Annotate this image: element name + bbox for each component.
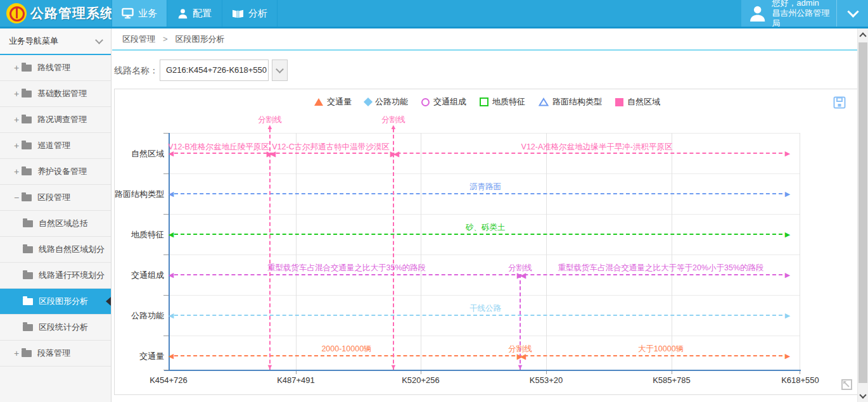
resize-arrow-icon	[840, 378, 853, 391]
folder-icon	[22, 91, 32, 97]
expand-plus-icon[interactable]: +	[11, 166, 22, 177]
line-name-select[interactable]: G216:K454+726-K618+550	[160, 60, 269, 81]
legend-label: 交通量	[327, 96, 352, 108]
segment-label: 干线公路	[469, 303, 501, 314]
legend-item-traffic-composition[interactable]: 交通组成	[421, 96, 466, 108]
sidebar-item-label: 线路通行环境划分	[39, 270, 105, 281]
scroll-down-button[interactable]	[858, 389, 868, 402]
arrow-right-icon	[784, 191, 791, 198]
breadcrumb-parent[interactable]: 区段管理	[122, 34, 155, 45]
chevron-down-icon	[95, 36, 103, 44]
divider-line-2	[393, 129, 394, 370]
app-title: 公路管理系统	[30, 0, 114, 27]
expand-plus-icon[interactable]: +	[11, 115, 22, 125]
chevron-up-icon	[859, 32, 866, 39]
sidebar-item-label: 基础数据管理	[37, 88, 87, 99]
sidebar-item-label: 区段统计分析	[39, 322, 88, 333]
expand-plus-icon[interactable]: +	[11, 63, 22, 73]
sidebar-item-section-stats-analysis[interactable]: 区段统计分析	[0, 315, 111, 341]
arrow-right-icon	[784, 312, 791, 319]
expand-minus-icon[interactable]: −	[11, 192, 22, 203]
gridline	[170, 214, 800, 215]
row-label-natural-region: 自然区域	[106, 148, 164, 160]
nav-tab-label: 业务	[138, 8, 157, 20]
segment-label: 大于10000辆	[638, 344, 684, 355]
arrow-down-icon	[516, 363, 524, 370]
sidebar-item-label: 路况调查管理	[37, 114, 87, 125]
sidebar-item-maintenance-equipment[interactable]: + 养护设备管理	[0, 159, 111, 185]
sidebar-item-basic-data[interactable]: + 基础数据管理	[0, 81, 111, 107]
line-name-select-button[interactable]	[272, 60, 288, 81]
sidebar-item-line-natural-region[interactable]: 线路自然区域划分	[0, 237, 111, 263]
breadcrumb: 区段管理 > 区段图形分析	[112, 28, 857, 51]
sidebar-title: 业务导航菜单	[9, 35, 58, 47]
sidebar-item-route-mgmt[interactable]: + 路线管理	[0, 55, 111, 81]
chevron-down-icon	[859, 391, 866, 398]
expand-plus-icon[interactable]: +	[11, 89, 22, 99]
axis-tick	[163, 370, 169, 370]
top-nav: 业务 配置 分析	[112, 0, 278, 27]
divider-label: 分割线	[508, 263, 532, 273]
divider-label: 分割线	[508, 344, 532, 355]
arrow-right-icon	[784, 272, 791, 279]
arrow-left-icon	[167, 272, 175, 279]
series-line-road-function	[174, 315, 782, 316]
user-account-block[interactable]: 您好，admin 昌吉州公路管理局	[741, 0, 836, 27]
folder-icon	[23, 298, 33, 305]
nav-tab-business[interactable]: 业务	[112, 0, 167, 27]
gridline	[170, 173, 800, 174]
nav-tab-analysis[interactable]: 分析	[222, 0, 278, 27]
series-line-composition	[174, 274, 782, 275]
restore-size-button[interactable]	[840, 378, 853, 394]
legend-item-pavement-type[interactable]: 路面结构类型	[539, 96, 602, 108]
split-marker-icon	[390, 150, 397, 158]
arrow-right-icon	[784, 231, 791, 238]
sidebar-header[interactable]: 业务导航菜单	[0, 28, 111, 55]
x-axis-line	[164, 370, 801, 371]
vertical-scrollbar[interactable]	[857, 28, 868, 402]
legend-item-traffic-volume[interactable]: 交通量	[314, 96, 352, 108]
sidebar-item-section-mgmt[interactable]: − 区段管理	[0, 185, 111, 211]
sidebar-item-road-survey[interactable]: + 路况调查管理	[0, 107, 111, 133]
user-icon	[177, 8, 188, 19]
segment-label: 沥青路面	[469, 182, 501, 192]
gridline	[800, 133, 800, 370]
legend-item-natural-region[interactable]: 自然区域	[615, 96, 660, 108]
scroll-up-button[interactable]	[858, 28, 868, 41]
legend-item-geology[interactable]: 地质特征	[480, 96, 525, 108]
line-name-label: 线路名称：	[114, 65, 158, 77]
sidebar-item-section-graph-analysis[interactable]: 区段图形分析	[0, 289, 111, 315]
folder-icon	[22, 350, 32, 357]
breadcrumb-current: 区段图形分析	[176, 34, 225, 45]
square-outline-icon	[480, 97, 488, 106]
sidebar-item-patrol[interactable]: + 巡道管理	[0, 133, 111, 159]
row-label-pavement-type: 路面结构类型	[106, 189, 164, 200]
sidebar-item-line-traffic-env[interactable]: 线路通行环境划分	[0, 263, 111, 289]
nav-tab-label: 分析	[248, 8, 267, 20]
scrollbar-thumb[interactable]	[858, 42, 867, 383]
segment-label: V12-B准格尔盆地丘陵平原区	[168, 142, 269, 153]
gridline	[170, 254, 800, 255]
segment-label: 砂、砾类土	[466, 222, 506, 233]
expand-plus-icon[interactable]: +	[11, 348, 22, 358]
legend-item-road-function[interactable]: 公路功能	[365, 96, 408, 108]
folder-icon	[23, 272, 33, 279]
gridline	[546, 133, 547, 370]
axis-tick	[163, 173, 169, 174]
gridline	[170, 336, 800, 336]
sidebar-item-natural-region-summary[interactable]: 自然区域总括	[0, 211, 111, 237]
save-floppy-icon	[833, 96, 846, 109]
header-dropdown-button[interactable]	[836, 0, 868, 27]
monitor-icon	[122, 8, 134, 19]
series-line-pavement-type	[174, 193, 782, 194]
circle-outline-icon	[421, 98, 430, 106]
gridline	[672, 133, 672, 370]
chart-legend: 交通量 公路功能 交通组成 地质特征 路面结构类型	[115, 96, 860, 108]
sidebar-item-label: 养护设备管理	[37, 166, 87, 177]
nav-tab-config[interactable]: 配置	[167, 0, 222, 27]
sidebar-item-paragraph-mgmt[interactable]: + 段落管理	[0, 341, 111, 367]
save-chart-button[interactable]	[833, 96, 846, 111]
expand-plus-icon[interactable]: +	[11, 141, 22, 151]
legend-label: 交通组成	[433, 96, 466, 108]
app-window: 公路管理系统 业务 配置	[0, 0, 868, 402]
